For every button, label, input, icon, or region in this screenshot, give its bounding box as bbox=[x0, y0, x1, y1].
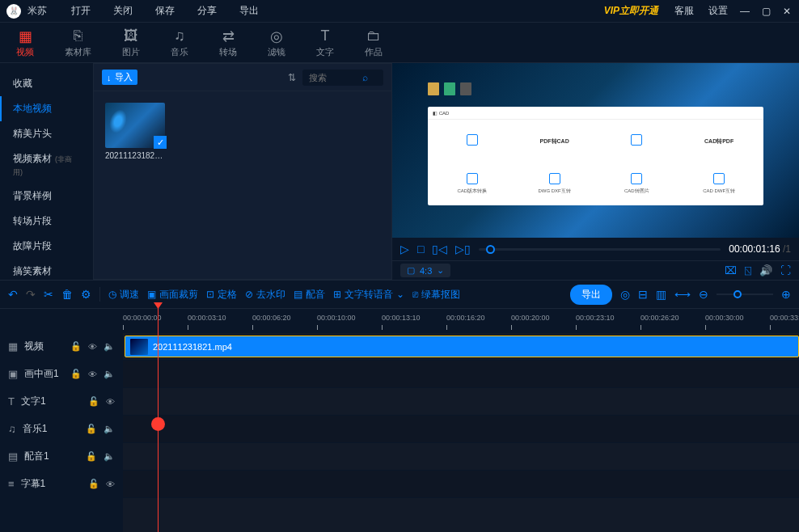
ruler-tick: 00:00:13:10 bbox=[382, 314, 421, 322]
crop-icon: ▣ bbox=[147, 289, 156, 300]
playhead-marker[interactable] bbox=[151, 417, 165, 431]
undo-button[interactable]: ↶ bbox=[8, 288, 18, 301]
tab-image[interactable]: 🖼图片 bbox=[122, 27, 140, 58]
media-item[interactable]: ✓ 202111231821…. bbox=[105, 103, 165, 160]
redo-button[interactable]: ↷ bbox=[26, 288, 36, 301]
export-button[interactable]: 导出 bbox=[570, 285, 612, 305]
menu-save[interactable]: 保存 bbox=[155, 4, 175, 18]
delete-button[interactable]: 🗑 bbox=[61, 288, 73, 301]
mute-icon[interactable]: 🔈 bbox=[104, 369, 115, 379]
lock-icon[interactable]: 🔓 bbox=[88, 396, 99, 407]
sidebar-item-fault[interactable]: 故障片段 bbox=[0, 234, 93, 259]
playhead[interactable] bbox=[158, 302, 159, 532]
menu-export[interactable]: 导出 bbox=[239, 4, 259, 18]
sort-icon[interactable]: ⇅ bbox=[288, 72, 296, 83]
ruler-tick: 00:00:20:00 bbox=[511, 314, 550, 322]
speed-button[interactable]: ◷调速 bbox=[108, 288, 139, 302]
sidebar-item-stock[interactable]: 视频素材(非商用) bbox=[0, 146, 93, 184]
tab-library[interactable]: ⎘素材库 bbox=[65, 27, 91, 58]
freeze-button[interactable]: ⊡定格 bbox=[206, 288, 237, 302]
ruler-tick: 00:00:23:10 bbox=[576, 314, 615, 322]
mute-icon[interactable]: 🔈 bbox=[104, 424, 115, 434]
fullscreen-icon[interactable]: ⛶ bbox=[780, 264, 791, 277]
aspect-ratio-selector[interactable]: ▢4:3⌄ bbox=[400, 264, 450, 277]
tab-video[interactable]: ▦视频 bbox=[16, 27, 34, 58]
sidebar-item-local[interactable]: 本地视频 bbox=[0, 96, 93, 121]
eye-icon[interactable]: 👁 bbox=[88, 342, 97, 352]
sidebar-item-funny[interactable]: 搞笑素材 bbox=[0, 259, 93, 284]
lock-icon[interactable]: 🔓 bbox=[86, 451, 97, 462]
ruler-tick: 00:00:00:00 bbox=[123, 314, 162, 322]
prev-frame-button[interactable]: ▯◁ bbox=[432, 243, 447, 255]
menu-open[interactable]: 打开 bbox=[71, 4, 91, 18]
lock-icon[interactable]: 🔓 bbox=[70, 369, 82, 379]
link-button[interactable]: ⊟ bbox=[638, 288, 648, 301]
tab-works[interactable]: 🗀作品 bbox=[365, 27, 383, 58]
play-button[interactable]: ▷ bbox=[400, 243, 409, 255]
zoom-slider[interactable] bbox=[717, 293, 773, 295]
menu-share[interactable]: 分享 bbox=[197, 4, 217, 18]
eye-icon[interactable]: 👁 bbox=[88, 369, 97, 379]
greenscreen-button[interactable]: ⎚绿幕抠图 bbox=[412, 288, 460, 302]
tts-button[interactable]: ⊞文字转语音⌄ bbox=[333, 288, 404, 302]
eye-icon[interactable]: 👁 bbox=[106, 397, 115, 407]
sidebar-item-bg[interactable]: 背景样例 bbox=[0, 184, 93, 209]
clock-icon: ◷ bbox=[108, 289, 116, 300]
dub-button[interactable]: ▤配音 bbox=[294, 288, 325, 302]
menu-close[interactable]: 关闭 bbox=[113, 4, 133, 18]
track-dub: ▤配音1🔓🔈 bbox=[0, 443, 799, 471]
timeline-ruler[interactable]: 00:00:00:0000:00:03:1000:00:06:2000:00:1… bbox=[0, 309, 799, 333]
dub-track-icon: ▤ bbox=[8, 450, 18, 462]
sidebar-item-transition[interactable]: 转场片段 bbox=[0, 209, 93, 234]
fit-button[interactable]: ⟷ bbox=[674, 288, 691, 301]
tab-transition[interactable]: ⇄转场 bbox=[219, 27, 237, 58]
maximize-button[interactable]: ▢ bbox=[760, 6, 772, 17]
sidebar-item-favorites[interactable]: 收藏 bbox=[0, 71, 93, 96]
volume-icon[interactable]: 🔊 bbox=[759, 264, 772, 277]
mute-icon[interactable]: 🔈 bbox=[104, 451, 115, 462]
zoom-in-button[interactable]: ⊕ bbox=[781, 288, 791, 301]
preview-controls: ▷ □ ▯◁ ▷▯ 00:00:01:16 /1 bbox=[392, 238, 799, 260]
snapshot-icon[interactable]: ⍂ bbox=[745, 264, 751, 277]
mute-icon[interactable]: 🔈 bbox=[104, 341, 115, 352]
tab-text[interactable]: T文字 bbox=[316, 27, 334, 58]
support-link[interactable]: 客服 bbox=[674, 4, 694, 18]
timeline-toolbar: ↶ ↷ ✂ 🗑 ⚙ ◷调速 ▣画面裁剪 ⊡定格 ⊘去水印 ▤配音 ⊞文字转语音⌄… bbox=[0, 280, 799, 309]
stop-button[interactable]: □ bbox=[417, 243, 424, 255]
search-box[interactable]: ⌕ bbox=[302, 70, 383, 86]
sidebar-item-intro[interactable]: 精美片头 bbox=[0, 121, 93, 146]
cast-icon[interactable]: ⌧ bbox=[725, 264, 737, 277]
music-icon: ♫ bbox=[174, 27, 185, 44]
lock-icon[interactable]: 🔓 bbox=[86, 424, 97, 434]
marker-button[interactable]: ◎ bbox=[620, 288, 630, 301]
preview-canvas[interactable]: ◧ CAD PDF转CAD CAD转PDF CAD版本转换 DWG DXF互转 … bbox=[392, 63, 799, 238]
next-frame-button[interactable]: ▷▯ bbox=[455, 243, 471, 255]
import-button[interactable]: ↓导入 bbox=[102, 70, 137, 85]
media-sidebar: 收藏 本地视频 精美片头 视频素材(非商用) 背景样例 转场片段 故障片段 搞笑… bbox=[0, 63, 93, 280]
settings-button[interactable]: ⚙ bbox=[81, 288, 91, 301]
cut-button[interactable]: ✂ bbox=[44, 288, 53, 301]
lock-icon[interactable]: 🔓 bbox=[70, 341, 82, 352]
minimize-button[interactable]: — bbox=[739, 6, 750, 17]
eye-icon[interactable]: 👁 bbox=[106, 479, 115, 489]
search-icon[interactable]: ⌕ bbox=[362, 72, 368, 83]
timeline: 00:00:00:0000:00:03:1000:00:06:2000:00:1… bbox=[0, 309, 799, 532]
lock-icon[interactable]: 🔓 bbox=[88, 479, 99, 489]
vip-button[interactable]: VIP立即开通 bbox=[604, 4, 658, 18]
video-clip[interactable]: 202111231821.mp4 bbox=[125, 336, 799, 357]
tab-music[interactable]: ♫音乐 bbox=[171, 27, 188, 58]
ruler-tick: 00:00:26:20 bbox=[640, 314, 679, 322]
ruler-tick: 00:00:06:20 bbox=[252, 314, 291, 322]
crop-button[interactable]: ▣画面裁剪 bbox=[147, 288, 198, 302]
close-button[interactable]: ✕ bbox=[781, 6, 793, 17]
preview-seek-slider[interactable] bbox=[479, 248, 721, 251]
track-pip: ▣画中画1🔓👁🔈 bbox=[0, 361, 799, 388]
watermark-button[interactable]: ⊘去水印 bbox=[245, 288, 285, 302]
ruler-tick: 00:00:30:00 bbox=[705, 314, 744, 322]
zoom-out-button[interactable]: ⊖ bbox=[699, 288, 708, 301]
search-input[interactable] bbox=[309, 73, 357, 82]
settings-link[interactable]: 设置 bbox=[708, 4, 728, 18]
tab-filter[interactable]: ◎滤镜 bbox=[268, 27, 285, 58]
group-button[interactable]: ▥ bbox=[656, 288, 666, 301]
watermark-icon: ⊘ bbox=[245, 289, 253, 300]
